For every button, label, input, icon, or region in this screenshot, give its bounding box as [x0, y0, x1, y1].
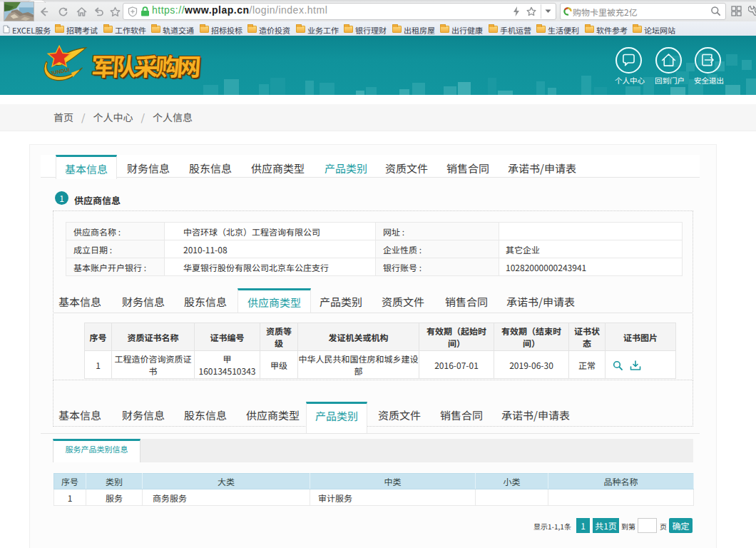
svg-text:JUNDUI: JUNDUI	[50, 66, 71, 76]
